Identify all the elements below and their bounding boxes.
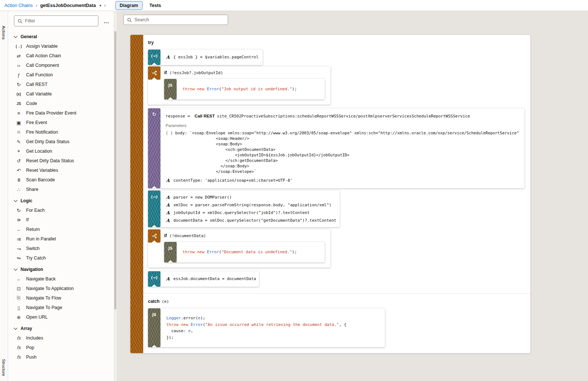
palette-item-call-variable[interactable]: (x) Call Variable (8, 89, 117, 99)
section-title: Array (21, 326, 32, 331)
palette-item-try-catch[interactable]: ↬ Try Catch (8, 253, 117, 263)
overflow-menu-button[interactable]: … (101, 18, 112, 24)
palette-item-fire-notification[interactable]: ⍾ Fire Notification (8, 127, 117, 137)
action-chain-name-dropdown[interactable]: getEssJobDocumentData (40, 3, 95, 8)
palette-item-navigate-back[interactable]: ← Navigate Back (8, 274, 117, 284)
section-header-array[interactable]: Array (8, 322, 117, 333)
try-catch-block[interactable]: try (→) A { essJob } = $variables.pageCo… (130, 35, 530, 353)
assign-expression: jobOutputId = xmlDoc.querySelector("jobI… (173, 210, 310, 216)
section-header-general[interactable]: General (8, 30, 117, 41)
section-title: General (21, 34, 37, 39)
palette-item-fire-data-provider-event[interactable]: ≡ Fire Data Provider Event (8, 108, 117, 118)
palette-item-navigate-to-flow[interactable]: ⎘ Navigate To Flow (8, 293, 117, 303)
palette-item-call-rest[interactable]: ↻ Call REST (8, 80, 117, 89)
rest-glyph: ↻ (152, 111, 156, 117)
palette-item-label: Call Action Chain (26, 53, 61, 58)
palette-item-navigate-to-page[interactable]: ▯ Navigate To Page (8, 303, 117, 312)
object-type-icon: { } (166, 131, 173, 135)
palette-item-label: Get Location (26, 149, 52, 154)
canvas-search-box[interactable] (123, 15, 228, 25)
call-variable-icon: (x) (15, 92, 22, 96)
palette-item-call-component[interactable]: ‹› Call Component (8, 61, 117, 70)
reset-variables-icon: ↶ (15, 168, 22, 173)
variable-type-icon: A (166, 218, 170, 224)
palette-item-call-function[interactable]: ƒ Call Function (8, 70, 117, 80)
chevron-down-icon (14, 34, 18, 38)
palette-item-share[interactable]: ∴ Share (8, 185, 117, 194)
assign-variable-icon: (→) (148, 271, 160, 287)
code-node-1[interactable]: JS throw new Error("Job output id is und… (164, 79, 325, 99)
catch-parameter: (e) (162, 299, 169, 304)
function-fx-icon: fx (15, 345, 22, 350)
palette-item-reset-dirty-data-status[interactable]: ↺ Reset Dirty Data Status (8, 156, 117, 166)
palette-item-label: Pop (26, 345, 34, 350)
catch-code-node[interactable]: JS Logger.error(e); throw new Error("An … (148, 308, 385, 347)
call-rest-node[interactable]: ↻ response = Call REST site_CR502Proacti… (148, 108, 524, 188)
code-snippet: throw new Error("Job output id is undefi… (177, 79, 325, 99)
if-node-1[interactable]: if (!essJob?.jobOutputId) JS throw new E… (148, 66, 331, 105)
filter-input[interactable] (25, 18, 95, 23)
palette-item-open-url[interactable]: ⊕ Open URL (8, 312, 117, 322)
canvas-search-input[interactable] (134, 17, 224, 22)
assign-glyph: (→) (151, 54, 158, 58)
monitor-icon: ⊡ (15, 286, 22, 291)
palette-item-scan-barcode[interactable]: ||||| Scan Barcode (8, 175, 117, 185)
soap-body-first-line: body: `<soap:Envelope xmlns:soap="http:/… (175, 131, 519, 135)
assign-glyph: (→) (151, 195, 158, 199)
rail-tab-actions[interactable]: Actions (1, 26, 6, 40)
palette-item-code[interactable]: JS Code (8, 99, 117, 108)
if-keyword: if (164, 233, 167, 238)
chevron-down-icon (14, 198, 18, 202)
if-node-2[interactable]: if (!documentData) JS throw new Error("D… (148, 229, 331, 268)
rail-tab-structure[interactable]: Structure (1, 359, 6, 376)
palette-item-get-dirty-data-status[interactable]: ✎ Get Dirty Data Status (8, 137, 117, 146)
palette-item-return[interactable]: ← Return (8, 225, 117, 234)
sidebar-scrollbar-thumb[interactable] (114, 31, 116, 309)
palette-item-label: Fire Event (26, 120, 47, 125)
palette-item-includes[interactable]: fx Includes (8, 333, 117, 343)
breadcrumb-separator: › (36, 3, 37, 8)
diagram-canvas[interactable]: try (→) A { essJob } = $variables.pageCo… (117, 11, 588, 381)
filter-box[interactable] (14, 15, 98, 26)
call-component-icon: ‹› (15, 63, 22, 68)
section-header-navigation[interactable]: Navigation (8, 263, 117, 274)
variable-type-icon: A (166, 276, 170, 282)
section-header-logic[interactable]: Logic (8, 194, 117, 206)
palette-item-for-each[interactable]: ↻ For Each (8, 206, 117, 215)
palette-item-pop[interactable]: fx Pop (8, 343, 117, 352)
call-rest-icon: ↻ (148, 108, 160, 188)
palette-item-fire-event[interactable]: ▣ Fire Event (8, 118, 117, 127)
palette-item-switch[interactable]: ↝ Switch (8, 244, 117, 253)
if-condition: (!essJob?.jobOutputId) (169, 70, 223, 75)
palette-item-label: Navigate To Page (26, 305, 62, 310)
code-node-2[interactable]: JS throw new Error("Document data is und… (164, 242, 325, 262)
palette-item-assign-variable[interactable]: (→) Assign Variable (8, 41, 117, 51)
get-location-pin-icon: ⌖ (15, 148, 22, 154)
chevron-down-icon[interactable]: ▾ (100, 4, 101, 7)
palette-item-navigate-to-application[interactable]: ⊡ Navigate To Application (8, 284, 117, 293)
palette-item-run-in-parallel[interactable]: ⇉ Run in Parallel (8, 234, 117, 244)
assign-variables-node-1[interactable]: (→) A { essJob } = $variables.pageContro… (148, 50, 263, 65)
palette-item-push[interactable]: fx Push (8, 352, 117, 362)
assign-variables-node-2[interactable]: (→) Aparser = new DOMParser() AxmlDoc = … (148, 190, 340, 227)
return-arrow-icon: ← (15, 227, 22, 232)
assign-variable-icon: (→) (15, 44, 22, 48)
get-dirty-data-status-icon: ✎ (15, 139, 22, 145)
fire-event-icon: ▣ (15, 120, 22, 126)
assign-variables-node-3[interactable]: (→) A essJob.documentData = documentData (148, 271, 259, 287)
palette-item-reset-variables[interactable]: ↶ Reset Variables (8, 166, 117, 175)
switch-icon: ↝ (15, 246, 22, 251)
try-label: try (148, 40, 524, 45)
tab-tests[interactable]: Tests (145, 1, 165, 10)
breadcrumb-action-chains-link[interactable]: Action Chains (4, 3, 33, 8)
js-glyph: JS (169, 83, 173, 87)
share-icon: ∴ (15, 187, 22, 192)
assign-expression: parser = new DOMParser() (173, 195, 232, 200)
fire-notification-bell-icon: ⍾ (15, 129, 22, 135)
tab-diagram[interactable]: Diagram (115, 1, 143, 10)
palette-item-call-action-chain[interactable]: ⇄ Call Action Chain (8, 51, 117, 61)
palette-item-get-location[interactable]: ⌖ Get Location (8, 146, 117, 156)
palette-item-label: For Each (26, 208, 45, 213)
palette-item-if[interactable]: ⋔ If (8, 215, 117, 225)
for-each-loop-icon: ↻ (15, 208, 22, 213)
